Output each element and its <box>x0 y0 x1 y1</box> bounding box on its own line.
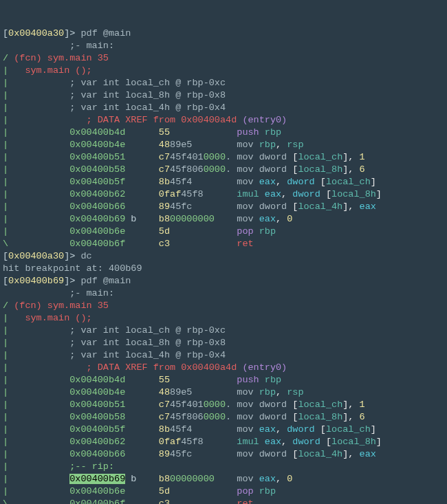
terminal-output: [0x00400a30]> pdf @main ;- main: / (fcn)… <box>3 28 382 504</box>
